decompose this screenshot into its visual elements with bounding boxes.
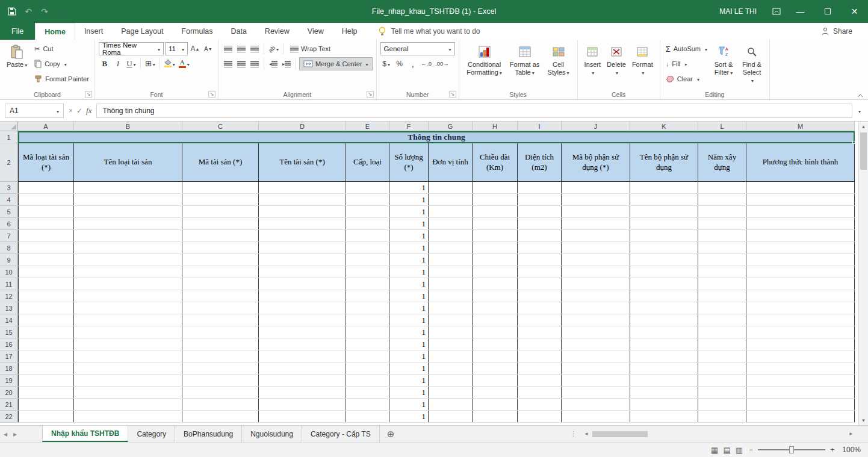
cell-J4[interactable] <box>562 194 630 205</box>
cell-M19[interactable] <box>746 375 855 386</box>
cell-E9[interactable] <box>346 254 389 266</box>
cell-C3[interactable] <box>182 182 259 193</box>
cell-G7[interactable] <box>429 230 473 241</box>
previous-sheet-arrow[interactable]: ◂ <box>4 430 7 438</box>
cell-E19[interactable] <box>346 375 389 386</box>
cell-A16[interactable] <box>18 338 74 350</box>
cell-E22[interactable] <box>346 411 389 422</box>
cell-K14[interactable] <box>630 314 698 326</box>
cell-I8[interactable] <box>518 242 562 253</box>
cell-J22[interactable] <box>562 411 630 422</box>
cell-C4[interactable] <box>182 194 259 205</box>
cell-M13[interactable] <box>746 302 855 314</box>
zoom-in-button[interactable]: + <box>830 446 834 454</box>
cell-L14[interactable] <box>698 314 746 326</box>
cell-K16[interactable] <box>630 338 698 350</box>
cell-K15[interactable] <box>630 326 698 338</box>
autosum-button[interactable]: ΣAutoSum <box>664 42 709 55</box>
cell-M21[interactable] <box>746 399 855 410</box>
cell-B9[interactable] <box>74 254 182 266</box>
cell-A7[interactable] <box>18 230 74 241</box>
underline-button[interactable]: U <box>125 57 137 70</box>
new-sheet-button[interactable]: ⊕ <box>380 426 402 442</box>
cell-J17[interactable] <box>562 350 630 362</box>
vertical-scroll-track[interactable] <box>859 131 868 415</box>
cell-C5[interactable] <box>182 206 259 217</box>
cell-G19[interactable] <box>429 375 473 386</box>
cell-D18[interactable] <box>259 362 346 374</box>
cell-K3[interactable] <box>630 182 698 193</box>
cell-G3[interactable] <box>429 182 473 193</box>
cell-J13[interactable] <box>562 302 630 314</box>
cell-G16[interactable] <box>429 338 473 350</box>
sheet-tab-bophansudung[interactable]: BoPhansudung <box>175 426 242 442</box>
header-cell-F[interactable]: Số lượng (*) <box>389 143 429 182</box>
enter-button[interactable]: ✓ <box>76 107 82 115</box>
cell-K11[interactable] <box>630 278 698 290</box>
percent-style-button[interactable]: % <box>394 57 406 70</box>
cell-G17[interactable] <box>429 350 473 362</box>
cell-G12[interactable] <box>429 290 473 302</box>
redo-button[interactable]: ↷ <box>37 4 52 19</box>
cell-A20[interactable] <box>18 387 74 398</box>
sheet-tab-category-c-p-ts[interactable]: Category - Cấp TS <box>302 426 380 442</box>
zoom-slider-thumb[interactable] <box>789 446 794 453</box>
top-align-button[interactable] <box>222 43 234 55</box>
page-break-view-button[interactable]: ▥ <box>736 446 743 455</box>
cell-M4[interactable] <box>746 194 855 205</box>
cell-M3[interactable] <box>746 182 855 193</box>
format-painter-button[interactable]: Format Painter <box>33 72 91 85</box>
cell-B7[interactable] <box>74 230 182 241</box>
column-header-F[interactable]: F <box>389 122 429 131</box>
orientation-button[interactable]: ab <box>267 43 280 55</box>
cell-K12[interactable] <box>630 290 698 302</box>
cell-B11[interactable] <box>74 278 182 290</box>
cell-M22[interactable] <box>746 411 855 422</box>
scroll-right-arrow[interactable]: ► <box>846 431 856 437</box>
cancel-button[interactable]: × <box>69 107 73 115</box>
cell-M5[interactable] <box>746 206 855 217</box>
cell-I3[interactable] <box>518 182 562 193</box>
clear-button[interactable]: Clear <box>664 72 709 85</box>
cell-A17[interactable] <box>18 350 74 362</box>
cell-B18[interactable] <box>74 362 182 374</box>
row-header-15[interactable]: 15 <box>0 326 18 338</box>
cell-D3[interactable] <box>259 182 346 193</box>
header-cell-B[interactable]: Tên loại tài sản <box>74 143 182 182</box>
cell-K20[interactable] <box>630 387 698 398</box>
cell-B3[interactable] <box>74 182 182 193</box>
scroll-left-arrow[interactable]: ◄ <box>581 431 591 437</box>
cell-M11[interactable] <box>746 278 855 290</box>
cell-A22[interactable] <box>18 411 74 422</box>
cell-I5[interactable] <box>518 206 562 217</box>
cell-M7[interactable] <box>746 230 855 241</box>
ribbon-tab-file[interactable]: File <box>0 23 35 40</box>
number-format-select[interactable]: General <box>380 42 455 55</box>
cell-H5[interactable] <box>473 206 518 217</box>
cell-H3[interactable] <box>473 182 518 193</box>
cell-L10[interactable] <box>698 266 746 278</box>
cell-F3[interactable]: 1 <box>389 182 429 193</box>
cell-L17[interactable] <box>698 350 746 362</box>
ribbon-tab-formulas[interactable]: Formulas <box>172 23 222 40</box>
cell-A6[interactable] <box>18 218 74 229</box>
cell-F15[interactable]: 1 <box>389 326 429 338</box>
cell-E17[interactable] <box>346 350 389 362</box>
cell-B8[interactable] <box>74 242 182 253</box>
cell-C15[interactable] <box>182 326 259 338</box>
cell-E15[interactable] <box>346 326 389 338</box>
cell-D6[interactable] <box>259 218 346 229</box>
cut-button[interactable]: ✂Cut <box>33 42 91 55</box>
cell-E7[interactable] <box>346 230 389 241</box>
cell-D16[interactable] <box>259 338 346 350</box>
cell-H17[interactable] <box>473 350 518 362</box>
cell-D20[interactable] <box>259 387 346 398</box>
cell-L20[interactable] <box>698 387 746 398</box>
cell-K6[interactable] <box>630 218 698 229</box>
font-name-select[interactable]: Times New Roma <box>99 42 164 55</box>
cell-M15[interactable] <box>746 326 855 338</box>
cell-H16[interactable] <box>473 338 518 350</box>
cell-A18[interactable] <box>18 362 74 374</box>
cell-M6[interactable] <box>746 218 855 229</box>
cell-I14[interactable] <box>518 314 562 326</box>
